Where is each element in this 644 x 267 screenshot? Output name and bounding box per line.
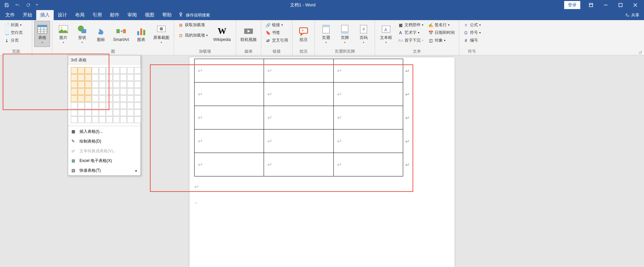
table-cell[interactable]: ↵↵ [333, 153, 403, 176]
grid-cell[interactable] [85, 102, 92, 109]
close-button[interactable] [628, 0, 643, 10]
table-cell[interactable]: ↵ [264, 106, 333, 129]
number-button[interactable]: #编号 [461, 37, 483, 44]
grid-cell[interactable] [92, 88, 99, 95]
table-cell[interactable]: ↵ [195, 153, 264, 176]
grid-cell[interactable] [78, 67, 85, 74]
grid-cell[interactable] [85, 74, 92, 81]
grid-cell[interactable] [78, 102, 85, 109]
save-button[interactable] [2, 0, 11, 10]
table-cell[interactable]: ↵↵ [333, 59, 403, 83]
grid-cell[interactable] [71, 74, 77, 81]
grid-cell[interactable] [127, 95, 134, 102]
icons-button[interactable]: 图标 [92, 21, 110, 47]
preview-table[interactable]: ↵↵↵↵↵↵↵↵↵↵↵↵↵↵↵↵↵↵↵↵ [194, 59, 403, 176]
grid-cell[interactable] [78, 95, 85, 102]
grid-cell[interactable] [113, 81, 120, 88]
grid-cell[interactable] [127, 74, 134, 81]
bookmark-button[interactable]: 🔖书签 [263, 29, 290, 36]
table-cell[interactable]: ↵ [195, 59, 264, 83]
grid-cell[interactable] [134, 116, 141, 123]
grid-cell[interactable] [78, 88, 85, 95]
grid-cell[interactable] [85, 81, 92, 88]
header-button[interactable]: 页眉▾ [317, 21, 335, 47]
grid-cell[interactable] [113, 102, 120, 109]
grid-cell[interactable] [106, 88, 113, 95]
grid-cell[interactable] [92, 116, 99, 123]
draw-table-item[interactable]: ✎绘制表格(D) [68, 137, 141, 146]
grid-cell[interactable] [120, 95, 127, 102]
my-addins-button[interactable]: ⊡我的加载项 ▾ [176, 32, 210, 39]
pagenum-button[interactable]: #页码▾ [355, 21, 373, 47]
textbox-button[interactable]: A文本框▾ [377, 21, 395, 47]
grid-cell[interactable] [127, 102, 134, 109]
collapse-ribbon-button[interactable]: ⮍ [638, 50, 642, 54]
sigline-button[interactable]: ✍签名行▾ [426, 21, 457, 29]
link-button[interactable]: 🔗链接 ▾ [263, 21, 290, 29]
table-cell[interactable]: ↵ [195, 106, 264, 129]
wikipedia-button[interactable]: WWikipedia [210, 21, 234, 47]
grid-cell[interactable] [92, 81, 99, 88]
menu-tab-7[interactable]: 审阅 [123, 10, 141, 20]
grid-cell[interactable] [120, 102, 127, 109]
grid-cell[interactable] [85, 88, 92, 95]
page-break-button[interactable]: ⤓分页 [2, 37, 25, 44]
grid-cell[interactable] [106, 95, 113, 102]
menu-tab-0[interactable]: 文件 [1, 10, 19, 20]
grid-cell[interactable] [99, 95, 106, 102]
grid-cell[interactable] [78, 116, 85, 123]
grid-cell[interactable] [113, 88, 120, 95]
grid-cell[interactable] [127, 88, 134, 95]
quick-tables-item[interactable]: ▤快速表格(T)▸ [68, 166, 141, 175]
get-addins-button[interactable]: ⊞获取加载项 [176, 21, 210, 29]
grid-cell[interactable] [113, 67, 120, 74]
menu-tab-2[interactable]: 插入 [36, 10, 54, 20]
grid-cell[interactable] [85, 116, 92, 123]
menu-tab-9[interactable]: 帮助 [158, 10, 176, 20]
cover-page-button[interactable]: 📄封面▾ [2, 21, 25, 29]
grid-cell[interactable] [113, 95, 120, 102]
grid-cell[interactable] [99, 81, 106, 88]
table-cell[interactable]: ↵ [195, 83, 264, 106]
table-cell[interactable]: ↵ [264, 153, 333, 176]
grid-cell[interactable] [71, 95, 77, 102]
grid-cell[interactable] [78, 109, 85, 116]
ribbon-display-button[interactable] [584, 0, 598, 10]
table-cell[interactable]: ↵ [195, 129, 264, 153]
chart-button[interactable]: 图表 [132, 21, 150, 47]
grid-cell[interactable] [71, 109, 77, 116]
grid-cell[interactable] [134, 95, 141, 102]
pictures-button[interactable]: 图片▾ [54, 21, 72, 47]
grid-cell[interactable] [106, 81, 113, 88]
table-cell[interactable]: ↵ [264, 83, 333, 106]
grid-cell[interactable] [134, 88, 141, 95]
footer-button[interactable]: 页脚▾ [336, 21, 354, 47]
symbol-button[interactable]: Ω符号▾ [461, 29, 483, 36]
grid-cell[interactable] [85, 67, 92, 74]
excel-spreadsheet-item[interactable]: ▦Excel 电子表格(X) [68, 156, 141, 166]
redo-button[interactable] [23, 0, 33, 10]
tell-me-search[interactable]: 操作说明搜索 [176, 12, 213, 18]
grid-cell[interactable] [71, 102, 77, 109]
grid-cell[interactable] [106, 109, 113, 116]
comment-button[interactable]: +批注 [294, 21, 313, 47]
table-cell[interactable]: ↵↵ [333, 129, 403, 153]
grid-cell[interactable] [127, 67, 134, 74]
login-button[interactable]: 登录 [564, 1, 580, 9]
table-cell[interactable]: ↵↵ [333, 83, 403, 106]
grid-cell[interactable] [113, 74, 120, 81]
grid-cell[interactable] [120, 81, 127, 88]
menu-tab-4[interactable]: 布局 [71, 10, 89, 20]
smartart-button[interactable]: SmartArt [111, 21, 131, 47]
grid-cell[interactable] [78, 74, 85, 81]
grid-cell[interactable] [71, 116, 77, 123]
share-button[interactable]: 共享 [622, 12, 643, 18]
grid-cell[interactable] [92, 102, 99, 109]
datetime-button[interactable]: 📅日期和时间 [426, 29, 457, 36]
grid-cell[interactable] [134, 109, 141, 116]
table-size-grid[interactable] [68, 65, 141, 125]
grid-cell[interactable] [99, 116, 106, 123]
grid-cell[interactable] [120, 109, 127, 116]
wordart-button[interactable]: A艺术字▾ [396, 29, 425, 36]
grid-cell[interactable] [99, 102, 106, 109]
